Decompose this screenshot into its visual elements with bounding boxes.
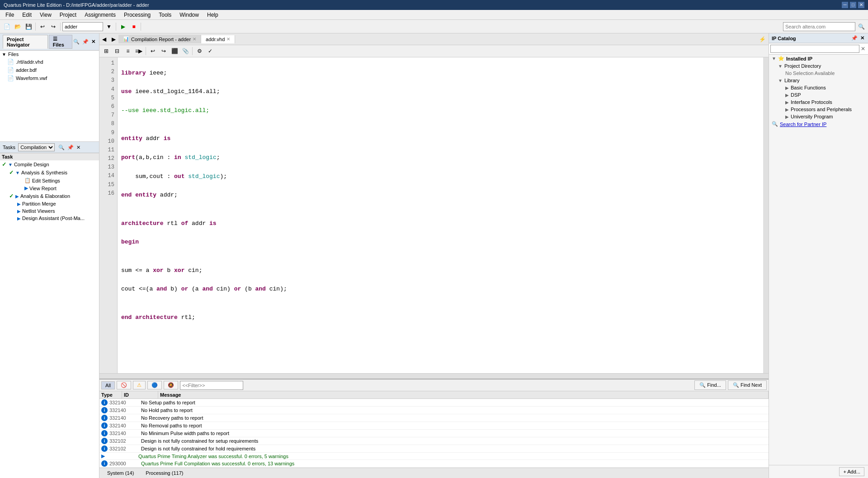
- code-editor[interactable]: 1234 5678 9101112 13141516 library ieee;…: [99, 57, 769, 373]
- ip-search-partner[interactable]: 🔍 Search for Partner IP: [769, 120, 868, 128]
- tree-adder-bdf[interactable]: 📄 adder.bdf: [0, 66, 99, 74]
- error-btn[interactable]: 🚫: [117, 381, 131, 389]
- code-btn-9[interactable]: ⚙: [194, 46, 204, 56]
- search-go-btn[interactable]: 🔍: [856, 22, 866, 32]
- expand-icon-6[interactable]: ▶: [17, 216, 21, 221]
- task-partition-merge[interactable]: ▶ Partition Merge: [0, 200, 99, 207]
- tab-addr-vhd[interactable]: addr.vhd ✕: [201, 35, 235, 43]
- code-btn-3[interactable]: ≡: [123, 46, 133, 56]
- close-button[interactable]: ✕: [858, 2, 864, 8]
- menu-help[interactable]: Help: [203, 11, 222, 19]
- ip-basic-functions[interactable]: ▶ Basic Functions: [769, 84, 868, 91]
- expand-icon-2[interactable]: ▼: [15, 170, 20, 175]
- ip-project-dir[interactable]: ▼ Project Directory: [769, 62, 868, 70]
- redo-btn[interactable]: ↪: [48, 22, 58, 32]
- code-content[interactable]: library ieee; use ieee.std_logic_1164.al…: [118, 57, 763, 373]
- horizontal-scrollbar[interactable]: [99, 373, 769, 379]
- code-btn-2[interactable]: ⊟: [112, 46, 122, 56]
- find-button[interactable]: 🔍 Find...: [694, 380, 726, 390]
- ip-processors[interactable]: ▶ Processors and Peripherals: [769, 106, 868, 113]
- search-altera-input[interactable]: [783, 22, 855, 31]
- task-design-assistant[interactable]: ▶ Design Assistant (Post-Ma...: [0, 215, 99, 222]
- menu-tools[interactable]: Tools: [155, 11, 175, 19]
- task-analysis-synthesis[interactable]: ✓ ▼ Analysis & Synthesis: [0, 169, 99, 177]
- find-next-button[interactable]: 🔍 Find Next: [728, 380, 767, 390]
- code-btn-10[interactable]: ✓: [205, 46, 215, 56]
- task-view-report[interactable]: ▶ View Report: [0, 184, 99, 192]
- expand-icon-4[interactable]: ▶: [17, 202, 21, 206]
- nav-go[interactable]: ▼: [104, 22, 114, 32]
- all-messages-btn[interactable]: All: [101, 381, 115, 389]
- tab-nav-left[interactable]: ◀: [99, 35, 109, 43]
- filter-input[interactable]: [180, 381, 243, 390]
- add-ip-button[interactable]: + Add...: [839, 467, 864, 476]
- msg-row-6[interactable]: i 332102 Design is not fully constrained…: [99, 445, 769, 453]
- tree-addr-vhd[interactable]: 📄 ./rtl/addr.vhd: [0, 58, 99, 66]
- menu-view[interactable]: View: [36, 11, 55, 19]
- expand-icon-5[interactable]: ▶: [17, 209, 21, 214]
- expand-icon[interactable]: ▼: [8, 162, 13, 167]
- maximize-button[interactable]: □: [850, 2, 856, 8]
- save-btn[interactable]: 💾: [24, 22, 33, 32]
- tab-processing[interactable]: Processing (117): [142, 469, 187, 477]
- menu-window[interactable]: Window: [176, 11, 203, 19]
- task-edit-settings[interactable]: 📋 Edit Settings: [0, 177, 99, 184]
- task-compile-design[interactable]: ✓ ▼ Compile Design: [0, 160, 99, 169]
- code-btn-5[interactable]: ↩: [148, 46, 158, 56]
- menu-processing[interactable]: Processing: [120, 11, 154, 19]
- open-btn[interactable]: 📂: [13, 22, 23, 32]
- code-btn-4[interactable]: ≡▶: [134, 46, 144, 56]
- msg-row-7[interactable]: ▶ Quartus Prime Timing Analyzer was succ…: [99, 453, 769, 460]
- tab-ip-icon[interactable]: ⚡: [756, 35, 769, 43]
- ip-interface-protocols[interactable]: ▶ Interface Protocols: [769, 98, 868, 106]
- tab-compilation-report[interactable]: 📊 Compilation Report - adder ✕: [118, 35, 201, 43]
- code-btn-8[interactable]: 📎: [180, 46, 190, 56]
- task-analysis-elaboration[interactable]: ✓ ▶ Analysis & Elaboration: [0, 192, 99, 200]
- msg-row-1[interactable]: i 332140 No Hold paths to report: [99, 407, 769, 414]
- tree-waveform[interactable]: 📄 Waveform.vwf: [0, 74, 99, 82]
- tab-project-nav[interactable]: Project Navigator: [3, 35, 48, 49]
- compile-btn[interactable]: ▶: [118, 22, 128, 32]
- tab-nav-right[interactable]: ▶: [109, 35, 118, 43]
- ip-university[interactable]: ▶ University Program: [769, 113, 868, 120]
- ip-dsp[interactable]: ▶ DSP: [769, 91, 868, 98]
- close-compilation-tab[interactable]: ✕: [193, 37, 196, 42]
- undo-btn[interactable]: ↩: [38, 22, 47, 32]
- tab-system[interactable]: System (14): [103, 469, 138, 477]
- code-btn-6[interactable]: ↪: [159, 46, 169, 56]
- editor-scrollbar[interactable]: [763, 57, 769, 373]
- ip-installed-ip[interactable]: ▼ ⭐ Installed IP: [769, 55, 868, 62]
- stop-btn[interactable]: ■: [129, 22, 139, 32]
- tree-files-root[interactable]: ▼ Files: [0, 51, 99, 58]
- msg-row-0[interactable]: i 332140 No Setup paths to report: [99, 399, 769, 407]
- ip-search-clear[interactable]: ✕: [859, 46, 867, 52]
- msg-row-5[interactable]: i 332102 Design is not fully constrained…: [99, 437, 769, 445]
- ip-search-input[interactable]: [770, 45, 859, 53]
- pin-icon[interactable]: 📌: [81, 38, 90, 45]
- close-nav-icon[interactable]: ✕: [90, 38, 96, 45]
- suppressed-btn[interactable]: 🔕: [164, 381, 178, 389]
- tasks-icon-1[interactable]: 🔍: [57, 144, 66, 151]
- minimize-button[interactable]: ─: [842, 2, 848, 8]
- msg-row-3[interactable]: i 332140 No Removal paths to report: [99, 422, 769, 430]
- msg-row-8[interactable]: i 293000 Quartus Prime Full Compilation …: [99, 460, 769, 468]
- new-btn[interactable]: 📄: [2, 22, 12, 32]
- warning-btn[interactable]: ⚠: [133, 381, 146, 389]
- code-btn-1[interactable]: ⊞: [101, 46, 111, 56]
- info-btn[interactable]: 🔵: [147, 381, 162, 389]
- menu-assignments[interactable]: Assignments: [81, 11, 119, 19]
- tasks-pin-icon[interactable]: 📌: [66, 144, 75, 151]
- msg-row-2[interactable]: i 332140 No Recovery paths to report: [99, 414, 769, 422]
- code-btn-7[interactable]: ⬛: [170, 46, 179, 56]
- ip-library[interactable]: ▼ Library: [769, 77, 868, 84]
- msg-row-4[interactable]: i 332140 No Minimum Pulse width paths to…: [99, 430, 769, 437]
- project-nav-input[interactable]: [62, 22, 103, 31]
- tasks-close-icon[interactable]: ✕: [75, 144, 81, 151]
- tab-files[interactable]: ☰ Files: [49, 35, 72, 49]
- menu-edit[interactable]: Edit: [19, 11, 35, 19]
- close-vhd-tab[interactable]: ✕: [226, 37, 230, 42]
- ip-close-icon[interactable]: ✕: [859, 35, 865, 42]
- tasks-dropdown[interactable]: Compilation: [18, 143, 55, 151]
- menu-file[interactable]: File: [2, 11, 18, 19]
- ip-icon-1[interactable]: 📌: [850, 35, 859, 42]
